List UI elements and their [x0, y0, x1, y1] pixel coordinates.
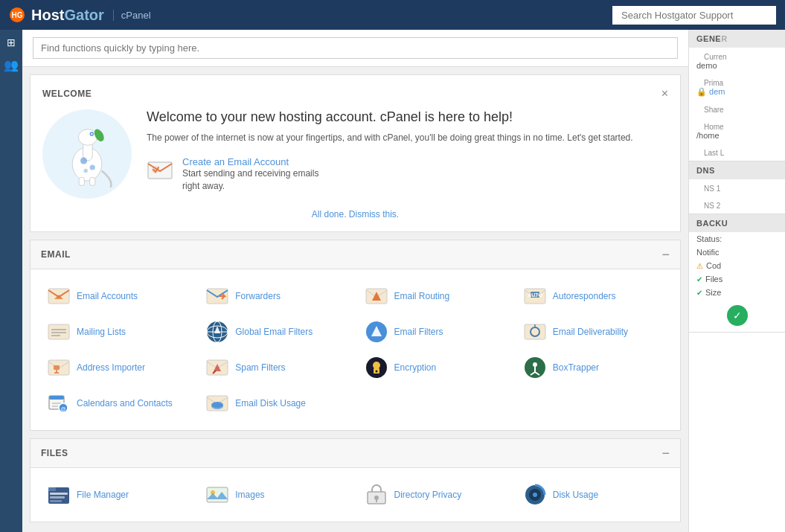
svg-point-6 — [91, 133, 93, 135]
forwarders-item[interactable]: Forwarders — [199, 280, 352, 313]
email-section-header: EMAIL − — [31, 240, 680, 269]
disk-usage-label: Disk Usage — [553, 490, 598, 500]
files-section-title: FILES — [41, 448, 68, 458]
dino-illustration — [42, 109, 132, 199]
warn-icon: ⚠ — [696, 262, 703, 270]
address-importer-icon — [47, 356, 71, 379]
dns-section: DNS NS 1 NS 2 — [689, 161, 785, 214]
email-section-toggle[interactable]: − — [661, 248, 670, 261]
dismiss-link[interactable]: All done. Dismiss this. — [42, 209, 668, 219]
svg-text:HG: HG — [12, 11, 23, 19]
email-routing-item[interactable]: Email Routing — [359, 280, 511, 313]
email-disk-usage-label: Email Disk Usage — [235, 398, 306, 408]
spam-filters-icon — [205, 356, 229, 379]
files-section-body: File Manager Images — [31, 468, 680, 522]
address-importer-item[interactable]: Address Importer — [41, 351, 193, 384]
current-user-row: Curren demo — [689, 48, 785, 74]
spam-filters-item[interactable]: Spam Filters — [199, 351, 352, 384]
email-step-text: Create an Email Account Start sending an… — [182, 156, 318, 193]
email-step-desc: Start sending and receiving emailsright … — [182, 167, 318, 193]
mailing-lists-item[interactable]: Mailing Lists — [41, 315, 193, 348]
email-deliverability-item[interactable]: Email Deliverability — [517, 315, 670, 348]
global-filters-item[interactable]: Global Email Filters — [199, 315, 352, 348]
welcome-box: WELCOME × — [30, 74, 681, 232]
forwarders-icon — [205, 284, 229, 308]
svg-point-4 — [78, 129, 97, 146]
grid-nav-icon[interactable]: ⊞ — [4, 36, 18, 49]
email-accounts-item[interactable]: Email Accounts — [41, 280, 193, 313]
right-panel: GENER Curren demo Prima 🔒 dem Share Home… — [688, 30, 785, 532]
search-bar-container — [22, 30, 688, 67]
svg-point-47 — [375, 371, 377, 373]
function-search-input[interactable] — [33, 37, 678, 59]
files-section-toggle[interactable]: − — [661, 446, 670, 460]
calendars-contacts-item[interactable]: @ Calendars and Contacts — [41, 387, 193, 420]
svg-point-61 — [211, 402, 223, 408]
email-section: EMAIL − Email Accounts — [30, 240, 681, 431]
ns2-row: NS 2 — [689, 196, 785, 214]
svg-rect-65 — [50, 496, 65, 499]
global-filters-icon — [205, 320, 229, 344]
backup-section: BACKU Status: Notific ⚠ Cod ✔ Files ✔ Si… — [689, 214, 785, 333]
directory-privacy-icon — [365, 483, 388, 507]
email-deliverability-icon — [523, 320, 547, 344]
svg-rect-63 — [48, 487, 56, 491]
encryption-item[interactable]: Encryption — [359, 351, 511, 384]
encryption-label: Encryption — [394, 362, 437, 373]
email-deliverability-label: Email Deliverability — [553, 327, 628, 337]
email-routing-label: Email Routing — [394, 291, 450, 301]
welcome-title: WELCOME — [42, 89, 92, 99]
images-item[interactable]: Images — [199, 478, 352, 511]
left-sidebar: ⊞ 👥 — [0, 30, 22, 532]
svg-rect-12 — [90, 178, 95, 186]
envelope-step-icon — [147, 156, 173, 183]
welcome-close-button[interactable]: × — [661, 87, 668, 100]
svg-point-45 — [373, 362, 380, 369]
file-manager-label: File Manager — [77, 490, 129, 500]
backup-status-circle: ✓ — [727, 305, 748, 326]
backup-files-row: ✔ Files — [689, 272, 785, 286]
svg-rect-38 — [54, 365, 60, 370]
backup-notif-row: Notific — [689, 246, 785, 259]
svg-rect-11 — [79, 178, 84, 186]
svg-rect-67 — [207, 487, 228, 502]
images-icon — [205, 483, 229, 507]
top-search-input[interactable] — [612, 6, 776, 25]
svg-point-8 — [90, 164, 95, 170]
email-step: Create an Email Account Start sending an… — [147, 156, 668, 193]
shared-row: Share — [689, 100, 785, 118]
boxtrapper-icon — [523, 356, 547, 379]
logo-text: HostGator — [31, 7, 104, 24]
email-accounts-icon — [47, 284, 71, 308]
disk-usage-item[interactable]: Disk Usage — [517, 478, 670, 511]
email-disk-usage-icon — [205, 391, 229, 415]
backup-section-title: BACKU — [689, 214, 785, 232]
top-navigation: HG HostGator cPanel — [0, 0, 785, 30]
spam-filters-label: Spam Filters — [235, 362, 285, 373]
global-filters-label: Global Email Filters — [235, 327, 313, 337]
disk-usage-file-icon — [523, 483, 547, 507]
email-accounts-label: Email Accounts — [77, 291, 138, 301]
images-label: Images — [235, 490, 264, 500]
svg-text:@: @ — [60, 406, 65, 411]
main-container: ⊞ 👥 WELCOME × — [0, 30, 785, 532]
boxtrapper-item[interactable]: BoxTrapper — [517, 351, 670, 384]
directory-privacy-label: Directory Privacy — [394, 490, 462, 500]
directory-privacy-item[interactable]: Directory Privacy — [359, 478, 511, 511]
users-nav-icon[interactable]: 👥 — [4, 58, 18, 71]
svg-point-9 — [84, 169, 88, 173]
create-email-link[interactable]: Create an Email Account — [182, 156, 289, 167]
address-importer-label: Address Importer — [77, 362, 145, 373]
email-disk-usage-item[interactable]: Email Disk Usage — [199, 387, 352, 420]
svg-rect-64 — [50, 493, 68, 495]
autoresponders-item[interactable]: AUTO Autoresponders — [517, 280, 670, 313]
email-section-body: Email Accounts Forwarders — [31, 269, 680, 430]
file-manager-item[interactable]: File Manager — [41, 478, 193, 511]
logo-area: HG HostGator cPanel — [9, 7, 151, 24]
cpanel-label: cPanel — [113, 10, 151, 21]
email-filters-item[interactable]: Email Filters — [359, 315, 511, 348]
email-filters-label: Email Filters — [394, 327, 443, 337]
calendars-contacts-label: Calendars and Contacts — [77, 398, 173, 408]
svg-point-7 — [80, 158, 87, 164]
home-dir-row: Home /home — [689, 118, 785, 144]
